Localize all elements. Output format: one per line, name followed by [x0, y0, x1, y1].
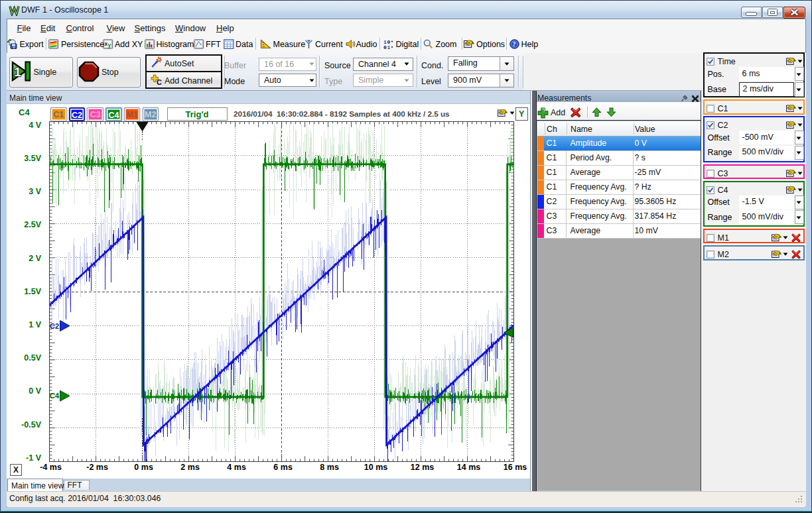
svg-text:y: y: [107, 42, 111, 48]
svg-text:?: ?: [513, 40, 516, 48]
svg-text:0: 0: [383, 44, 387, 50]
svg-text:C2: C2: [50, 322, 59, 330]
svg-text:C4: C4: [50, 392, 60, 400]
svg-text:1: 1: [15, 66, 21, 79]
svg-text:1: 1: [387, 44, 391, 50]
svg-text:C: C: [157, 78, 162, 86]
